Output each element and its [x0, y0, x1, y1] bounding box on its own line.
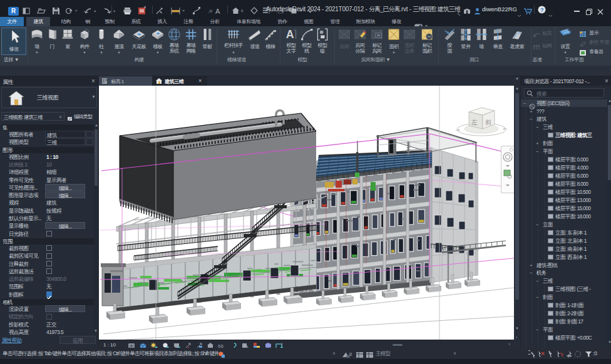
svg-text:左: 左 [471, 119, 478, 126]
svg-text:前: 前 [485, 119, 491, 126]
svg-text:,⊘: ,⊘ [208, 9, 213, 13]
svg-text:A: A [215, 8, 220, 15]
svg-text:A: A [286, 28, 294, 41]
svg-text:?: ? [540, 7, 544, 13]
